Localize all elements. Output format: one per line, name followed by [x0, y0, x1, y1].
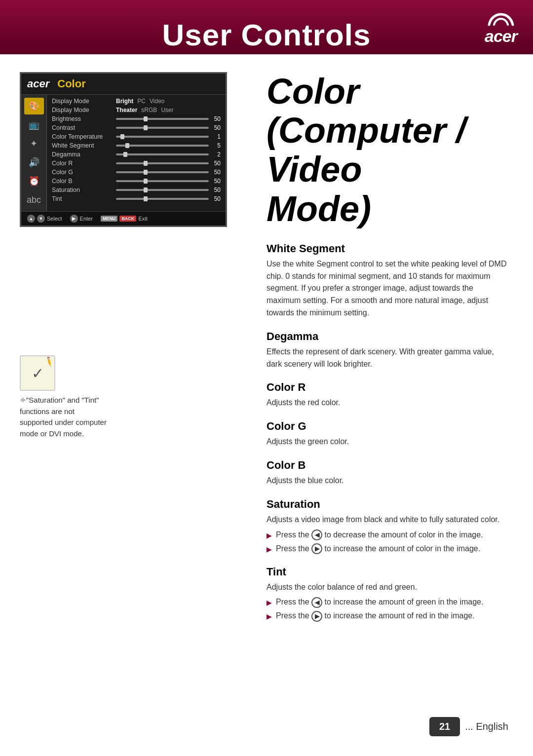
bullet-arrow-icon-4: ▶: [266, 611, 272, 622]
osd-slider-degamma: [116, 153, 209, 155]
osd-row-white-segment: White Segment 5: [52, 141, 221, 150]
osd-menu-btn[interactable]: MENU: [101, 216, 118, 222]
big-title-line2: (Computer / Video: [266, 111, 466, 189]
content-area: acer Color 🎨 📺 ✦ 🔊 ⏰ abc Display: [0, 54, 533, 650]
osd-footer: ▲ ▼ Select ▶ Enter MENU BACK Exit: [21, 211, 226, 226]
saturation-bullet-1-text: Press the ◀ to decrease the amount of co…: [276, 529, 483, 541]
right-arrow-btn-tint-red: ▶: [311, 611, 322, 622]
saturation-bullet-2: ▶ Press the ▶ to increase the amount of …: [266, 543, 508, 555]
tint-intro: Adjusts the color balance of red and gre…: [266, 581, 508, 594]
acer-logo-header: acer: [485, 6, 517, 44]
osd-icon-speaker[interactable]: 🔊: [24, 154, 44, 171]
pencil-icon: ✏️: [43, 356, 55, 367]
tint-bullet-1: ▶ Press the ◀ to increase the amount of …: [266, 596, 508, 608]
osd-menu-column: Display Mode Bright PC Video Display Mod…: [47, 95, 226, 211]
osd-value-color-r: 50: [209, 160, 221, 167]
osd-btn-down[interactable]: ▼: [37, 215, 45, 223]
osd-opt-user: User: [161, 107, 173, 113]
osd-footer-exit-label: Exit: [138, 216, 147, 222]
osd-footer-select-label: Select: [47, 216, 62, 222]
osd-label-white-segment: White Segment: [52, 142, 116, 149]
page-header: acer User Controls: [0, 0, 533, 54]
osd-label-display-mode-2: Display Mode: [52, 107, 116, 113]
note-text: ✧"Saturation" and "Tint" functions are n…: [20, 395, 109, 439]
section-color-r: Color R Adjusts the red color.: [266, 381, 508, 409]
left-column: acer Color 🎨 📺 ✦ 🔊 ⏰ abc Display: [20, 72, 247, 633]
osd-slider-saturation: [116, 189, 209, 191]
page-language: ... English: [465, 721, 508, 732]
osd-menu-box: acer Color 🎨 📺 ✦ 🔊 ⏰ abc Display: [20, 72, 227, 227]
big-title-line1: Color: [266, 72, 359, 111]
osd-opt-srgb: sRGB: [141, 107, 157, 113]
saturation-bullets: ▶ Press the ◀ to decrease the amount of …: [266, 529, 508, 555]
tint-title: Tint: [266, 566, 508, 578]
saturation-title: Saturation: [266, 498, 508, 511]
osd-value-brightness: 50: [209, 115, 221, 122]
saturation-bullet-1: ▶ Press the ◀ to decrease the amount of …: [266, 529, 508, 541]
color-r-body: Adjusts the red color.: [266, 397, 508, 409]
osd-row-brightness: Brightness 50: [52, 114, 221, 123]
osd-icon-clock[interactable]: ⏰: [24, 173, 44, 189]
note-box: ✏️ ✧"Saturation" and "Tint" functions ar…: [20, 355, 247, 439]
degamma-title: Degamma: [266, 330, 508, 343]
osd-footer-enter-label: Enter: [80, 216, 93, 222]
osd-icon-abc[interactable]: abc: [24, 191, 44, 208]
osd-icon-paint[interactable]: 🎨: [24, 98, 44, 114]
page-number: 21: [429, 717, 460, 736]
acer-wordmark-text: acer: [485, 28, 517, 44]
osd-slider-color-temp: [116, 136, 209, 138]
note-icon: ✏️: [20, 355, 55, 391]
tint-bullet-2-text: Press the ▶ to increase the amount of re…: [276, 610, 475, 622]
section-color-b: Color B Adjusts the blue color.: [266, 459, 508, 487]
big-title: Color (Computer / Video Mode): [266, 72, 508, 228]
osd-options-display-mode-2: Theater sRGB User: [116, 107, 221, 113]
osd-icon-star[interactable]: ✦: [24, 135, 44, 152]
osd-value-color-g: 50: [209, 169, 221, 176]
osd-opt-pc: PC: [137, 98, 146, 105]
osd-value-tint: 50: [209, 195, 221, 202]
osd-footer-enter: ▶ Enter: [70, 215, 93, 223]
color-r-title: Color R: [266, 381, 508, 394]
osd-header: acer Color: [21, 74, 226, 95]
tint-bullets: ▶ Press the ◀ to increase the amount of …: [266, 596, 508, 622]
degamma-body: Effects the represent of dark scenery. W…: [266, 346, 508, 371]
osd-options-display-mode-1: Bright PC Video: [116, 98, 221, 105]
left-arrow-btn-tint-green: ◀: [311, 597, 322, 608]
osd-value-color-b: 50: [209, 178, 221, 185]
tint-bullet-1-text: Press the ◀ to increase the amount of gr…: [276, 596, 483, 608]
osd-label-display-mode-1: Display Mode: [52, 98, 116, 105]
tint-bullet-2: ▶ Press the ▶ to increase the amount of …: [266, 610, 508, 622]
big-title-line3: Mode): [266, 189, 371, 228]
osd-label-color-b: Color B: [52, 178, 116, 185]
osd-value-color-temp: 1: [209, 133, 221, 140]
osd-row-contrast: Contrast 50: [52, 123, 221, 132]
bullet-arrow-icon-3: ▶: [266, 598, 272, 608]
color-g-body: Adjusts the green color.: [266, 436, 508, 448]
color-g-title: Color G: [266, 420, 508, 433]
osd-row-tint: Tint 50: [52, 194, 221, 203]
osd-btn-up[interactable]: ▲: [27, 215, 35, 223]
osd-slider-white-segment: [116, 145, 209, 147]
osd-back-btn[interactable]: BACK: [119, 216, 136, 222]
osd-label-saturation: Saturation: [52, 187, 116, 193]
osd-label-tint: Tint: [52, 195, 116, 202]
bullet-arrow-icon: ▶: [266, 530, 272, 541]
section-tint: Tint Adjusts the color balance of red an…: [266, 566, 508, 622]
section-white-segment: White Segment Use the white Segment cont…: [266, 242, 508, 319]
osd-sidebar: 🎨 📺 ✦ 🔊 ⏰ abc Display Mode Bright PC: [21, 95, 226, 211]
osd-slider-color-r: [116, 162, 209, 164]
right-arrow-btn-saturation-increase: ▶: [311, 543, 322, 554]
osd-opt-theater: Theater: [116, 107, 137, 113]
right-column: Color (Computer / Video Mode) White Segm…: [266, 72, 508, 633]
osd-slider-brightness: [116, 118, 209, 120]
osd-row-color-b: Color B 50: [52, 177, 221, 186]
osd-slider-color-g: [116, 171, 209, 173]
section-saturation: Saturation Adjusts a video image from bl…: [266, 498, 508, 555]
osd-btn-enter[interactable]: ▶: [70, 215, 78, 223]
osd-value-saturation: 50: [209, 187, 221, 193]
osd-label-contrast: Contrast: [52, 124, 116, 131]
saturation-bullet-2-text: Press the ▶ to increase the amount of co…: [276, 543, 480, 555]
osd-row-degamma: Degamma 2: [52, 150, 221, 159]
bullet-arrow-icon-2: ▶: [266, 544, 272, 555]
osd-icon-monitor[interactable]: 📺: [24, 116, 44, 133]
